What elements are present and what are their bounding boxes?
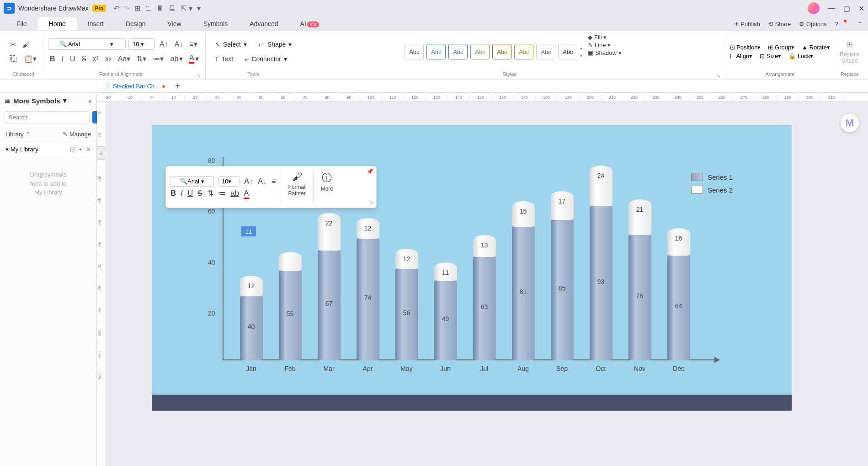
- group-button[interactable]: ⊞ Group▾: [768, 44, 794, 51]
- bar-jul[interactable]: 1363Jul: [473, 235, 496, 360]
- maximize-icon[interactable]: ▢: [843, 4, 850, 13]
- float-bold[interactable]: B: [170, 189, 176, 198]
- style-preset-5[interactable]: Abc: [492, 44, 511, 59]
- redo-icon[interactable]: ↷: [124, 4, 130, 13]
- rotate-button[interactable]: ▲ Rotate▾: [802, 44, 830, 51]
- bar-sep[interactable]: 1785Sep: [551, 191, 574, 360]
- float-italic[interactable]: I: [181, 189, 183, 198]
- add-doc-tab[interactable]: +: [175, 81, 181, 91]
- bar-series2-value[interactable]: 16: [667, 228, 690, 255]
- select-tool[interactable]: ↖ Select ▾: [210, 38, 251, 51]
- tab-insert[interactable]: Insert: [77, 17, 115, 30]
- floating-text-toolbar[interactable]: 📌 ⇲ 🔍Arial ▾ 10▾ A↑ A↓ ≡ B I U S̶: [165, 166, 377, 208]
- bar-series2-value[interactable]: 12: [240, 276, 263, 296]
- position-button[interactable]: ⊡ Position▾: [730, 44, 761, 51]
- options-button[interactable]: ⚙ Options: [799, 21, 826, 27]
- cut-icon[interactable]: ✂: [8, 38, 18, 51]
- manage-button[interactable]: ✎ Manage: [63, 131, 91, 138]
- bar-series2-value[interactable]: 11: [434, 262, 457, 281]
- my-library-label[interactable]: My Library: [11, 146, 38, 153]
- help-icon[interactable]: ?: [835, 21, 838, 27]
- underline-icon[interactable]: U: [68, 53, 77, 65]
- legend-series2[interactable]: Series 2: [691, 186, 733, 194]
- size-button[interactable]: ⊡ Size▾: [760, 53, 781, 59]
- float-font-select[interactable]: 🔍Arial ▾: [170, 176, 214, 187]
- collapse-panel-icon[interactable]: «: [88, 97, 92, 105]
- float-bullets[interactable]: ≔: [218, 188, 226, 198]
- share-button[interactable]: ⟲ Share: [768, 21, 791, 27]
- symbol-search-input[interactable]: [5, 111, 90, 123]
- line-spacing-icon[interactable]: ⇅▾: [135, 53, 148, 65]
- line-button[interactable]: ✎ Line ▾: [588, 42, 621, 48]
- bar-series2-value[interactable]: 12: [395, 249, 418, 269]
- float-shrink-font[interactable]: A↓: [258, 177, 267, 186]
- tab-view[interactable]: View: [157, 17, 192, 30]
- float-align[interactable]: ≡: [272, 177, 276, 186]
- bar-series1-value[interactable]: 81: [512, 223, 535, 360]
- bar-series1-value[interactable]: 85: [551, 216, 574, 360]
- bar-series2-value[interactable]: 22: [318, 213, 341, 251]
- bar-series2-value[interactable]: [279, 252, 302, 271]
- bar-series1-value[interactable]: 49: [434, 277, 457, 360]
- bar-mar[interactable]: 2267Mar: [318, 213, 341, 360]
- grow-font-icon[interactable]: A↑: [158, 38, 170, 50]
- bar-series1-value[interactable]: 63: [473, 253, 496, 360]
- case-icon[interactable]: Aa▾: [116, 53, 133, 65]
- bar-series2-value[interactable]: 13: [473, 235, 496, 257]
- style-preset-8[interactable]: Abc: [558, 44, 577, 59]
- shape-tool[interactable]: ▭ Shape ▾: [254, 38, 296, 51]
- align-button[interactable]: ⊢ Align▾: [730, 53, 753, 59]
- lib-close-icon[interactable]: ✕: [86, 146, 91, 153]
- print-icon[interactable]: 🖶: [169, 4, 176, 13]
- connector-tool[interactable]: ⌐ Connector ▾: [240, 53, 292, 65]
- float-spacing[interactable]: ⇅: [207, 188, 213, 198]
- bar-series1-value[interactable]: 40: [240, 293, 263, 360]
- bar-series2-value[interactable]: 24: [590, 166, 612, 206]
- style-preset-6[interactable]: Abc: [514, 44, 533, 59]
- expand-icon[interactable]: ⇲: [369, 200, 373, 206]
- bar-series2-value[interactable]: 21: [628, 199, 651, 235]
- font-dialog-icon[interactable]: ↘: [197, 73, 201, 79]
- style-preset-4[interactable]: Abc: [470, 44, 490, 59]
- subscript-icon[interactable]: x₂: [103, 53, 113, 65]
- legend-series1[interactable]: Series 1: [691, 173, 733, 181]
- save-icon[interactable]: 🗎: [157, 4, 164, 13]
- style-preset-7[interactable]: Abc: [536, 44, 555, 59]
- bar-jan[interactable]: 1240Jan: [240, 276, 263, 360]
- superscript-icon[interactable]: x²: [91, 53, 101, 65]
- more-button[interactable]: ⓘMore: [318, 169, 336, 205]
- shrink-font-icon[interactable]: A↓: [173, 38, 185, 50]
- style-preset-2[interactable]: Abc: [426, 44, 446, 59]
- bar-may[interactable]: 1256May: [395, 249, 418, 360]
- bar-apr[interactable]: 1274Apr: [357, 218, 379, 360]
- collapse-sidebar-icon[interactable]: «: [97, 146, 105, 160]
- bold-icon[interactable]: B: [48, 53, 57, 65]
- ai-assistant-icon[interactable]: M: [841, 114, 859, 132]
- tab-ai[interactable]: AIhot: [289, 17, 330, 30]
- tab-design[interactable]: Design: [115, 17, 157, 30]
- bar-series1-value[interactable]: 93: [590, 203, 612, 360]
- style-scroll-up[interactable]: ▴: [580, 45, 582, 50]
- symbol-drop-zone[interactable]: Drag symbols here to add to My Library: [0, 156, 96, 466]
- bar-series1-value[interactable]: 56: [395, 265, 418, 360]
- format-painter-button[interactable]: 🖌Format Painter: [286, 169, 309, 205]
- tab-advanced[interactable]: Advanced: [239, 17, 289, 30]
- tab-file[interactable]: File: [5, 17, 38, 30]
- bar-nov[interactable]: 2176Nov: [628, 199, 651, 360]
- bar-series1-value[interactable]: 76: [628, 231, 651, 360]
- bar-series1-value[interactable]: 74: [357, 235, 379, 360]
- close-icon[interactable]: ✕: [858, 4, 864, 13]
- paste-icon[interactable]: 📋▾: [22, 53, 38, 65]
- minimize-icon[interactable]: —: [828, 4, 835, 12]
- shadow-button[interactable]: ▣ Shadow ▾: [588, 49, 621, 56]
- bar-series1-value[interactable]: 55: [279, 267, 302, 360]
- style-preset-1[interactable]: Abc: [405, 44, 424, 59]
- undo-icon[interactable]: ↶: [113, 4, 119, 13]
- more-icon[interactable]: ▾: [197, 4, 201, 13]
- bar-oct[interactable]: 2493Oct: [590, 166, 612, 360]
- highlight-icon[interactable]: ab▾: [168, 53, 185, 65]
- tab-symbols[interactable]: Symbols: [192, 17, 239, 30]
- style-preset-3[interactable]: Abc: [448, 44, 468, 59]
- float-color[interactable]: A: [244, 189, 249, 198]
- copy-icon[interactable]: ⿻: [8, 53, 19, 65]
